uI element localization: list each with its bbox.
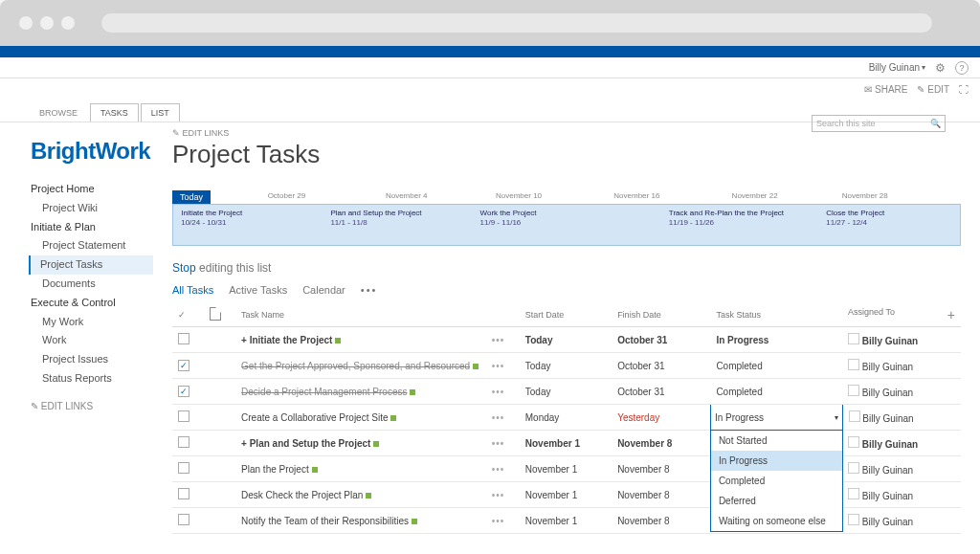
nav-statement[interactable]: Project Statement (31, 236, 153, 255)
chevron-down-icon[interactable]: ▾ (835, 413, 838, 422)
logo[interactable]: BrightWork (31, 138, 153, 165)
gear-icon[interactable]: ⚙ (935, 61, 946, 75)
cell-start[interactable]: November 1 (520, 482, 612, 508)
url-bar[interactable] (101, 13, 932, 33)
timeline-item[interactable]: Track and Re-Plan the the Project11/19 -… (669, 209, 784, 229)
col-status[interactable]: Task Status (710, 303, 842, 327)
share-button[interactable]: ✉ SHARE (864, 84, 907, 95)
edit-button[interactable]: ✎ EDIT (917, 84, 949, 95)
window-dot[interactable] (40, 16, 54, 30)
cell-assigned[interactable]: Billy Guinan (842, 482, 961, 508)
row-menu-icon[interactable]: ••• (492, 361, 505, 371)
row-menu-icon[interactable]: ••• (492, 387, 505, 397)
cell-status[interactable]: In Progress (710, 327, 842, 353)
col-check[interactable]: ✓ (172, 303, 204, 327)
status-dropdown[interactable]: In Progress▾Not StartedIn ProgressComple… (710, 405, 842, 431)
col-start[interactable]: Start Date (520, 303, 612, 327)
cell-name[interactable]: Decide a Project Management Process (235, 379, 486, 405)
cell-name[interactable]: + Initiate the Project (235, 327, 486, 353)
timeline[interactable]: October 29 November 4 November 10 Novemb… (172, 204, 961, 246)
dropdown-option[interactable]: In Progress (711, 451, 842, 471)
cell-finish[interactable]: November 8 (612, 508, 710, 534)
window-dot[interactable] (19, 16, 33, 30)
cell-name[interactable]: Notify the Team of their Responsibilitie… (235, 508, 486, 534)
assign-checkbox[interactable] (848, 333, 859, 344)
assign-checkbox[interactable] (848, 359, 859, 370)
focus-icon[interactable]: ⛶ (959, 84, 969, 95)
cell-finish[interactable]: November 8 (612, 431, 710, 456)
nav-status[interactable]: Status Reports (31, 369, 153, 388)
checkbox[interactable] (178, 488, 189, 499)
cell-assigned[interactable]: Billy Guinan (842, 353, 961, 379)
row-menu-icon[interactable]: ••• (492, 438, 505, 449)
help-icon[interactable]: ? (955, 61, 969, 75)
cell-assigned[interactable]: Billy Guinan (842, 379, 961, 405)
cell-name[interactable]: Desk Check the Project Plan (235, 482, 486, 508)
nav-issues[interactable]: Project Issues (31, 350, 153, 369)
search-input[interactable]: Search this site🔍 (812, 115, 946, 132)
cell-assigned[interactable]: Billy Guinan (842, 405, 961, 431)
tab-list[interactable]: LIST (141, 103, 180, 122)
cell-assigned[interactable]: Billy Guinan (842, 327, 961, 353)
checkbox[interactable] (178, 514, 189, 525)
user-menu[interactable]: Billy Guinan ▾ (869, 62, 925, 73)
dropdown-option[interactable]: Completed (711, 471, 842, 491)
assign-checkbox[interactable] (848, 436, 859, 448)
dropdown-option[interactable]: Deferred (711, 491, 842, 511)
cell-assigned[interactable]: Billy Guinan (842, 431, 961, 456)
tab-tasks[interactable]: TASKS (90, 103, 139, 122)
assign-checkbox[interactable] (848, 462, 859, 474)
assign-checkbox[interactable] (848, 514, 859, 525)
cell-start[interactable]: Today (520, 379, 612, 405)
nav-edit-links[interactable]: EDIT LINKS (31, 398, 153, 415)
row-menu-icon[interactable]: ••• (492, 490, 505, 500)
cell-finish[interactable]: October 31 (612, 327, 710, 353)
view-active-tasks[interactable]: Active Tasks (229, 284, 287, 296)
cell-name[interactable]: + Plan and Setup the Project (235, 431, 486, 456)
cell-status[interactable]: Completed (710, 379, 842, 405)
cell-finish[interactable]: November 8 (612, 456, 710, 482)
cell-name[interactable]: Create a Collaborative Project Site (235, 405, 486, 431)
dropdown-option[interactable]: Not Started (711, 431, 842, 451)
col-assigned[interactable]: Assigned To+ (842, 303, 961, 327)
nav-my-work[interactable]: My Work (31, 313, 153, 332)
view-all-tasks[interactable]: All Tasks (172, 284, 213, 296)
cell-assigned[interactable]: Billy Guinan (842, 456, 961, 482)
dropdown-option[interactable]: Waiting on someone else (711, 511, 842, 531)
window-dot[interactable] (61, 16, 75, 30)
cell-start[interactable]: November 1 (520, 508, 612, 534)
nav-execute[interactable]: Execute & Control (31, 294, 153, 313)
nav-initiate[interactable]: Initiate & Plan (31, 218, 153, 237)
nav-project-home[interactable]: Project Home (31, 180, 153, 199)
cell-status[interactable]: Completed (710, 353, 842, 379)
col-name[interactable]: Task Name (235, 303, 486, 327)
nav-work[interactable]: Work (31, 331, 153, 350)
cell-finish[interactable]: November 8 (612, 482, 710, 508)
col-finish[interactable]: Finish Date (612, 303, 710, 327)
cell-start[interactable]: Monday (520, 405, 612, 431)
view-more-icon[interactable]: ••• (361, 284, 378, 296)
timeline-item[interactable]: Close the Project11/27 - 12/4 (826, 209, 884, 229)
timeline-item[interactable]: Initiate the Project10/24 - 10/31 (181, 209, 242, 229)
nav-documents[interactable]: Documents (31, 275, 153, 294)
checkbox[interactable] (178, 462, 189, 474)
assign-checkbox[interactable] (848, 385, 859, 396)
assign-checkbox[interactable] (849, 410, 860, 422)
view-calendar[interactable]: Calendar (302, 284, 345, 296)
timeline-item[interactable]: Plan and Setup the Project11/1 - 11/8 (330, 209, 421, 229)
cell-finish[interactable]: October 31 (612, 353, 710, 379)
nav-project-tasks[interactable]: Project Tasks (29, 255, 153, 275)
cell-start[interactable]: November 1 (520, 431, 612, 456)
tab-browse[interactable]: BROWSE (29, 103, 88, 122)
nav-project-wiki[interactable]: Project Wiki (31, 199, 153, 218)
row-menu-icon[interactable]: ••• (492, 412, 505, 423)
cell-start[interactable]: Today (520, 353, 612, 379)
cell-start[interactable]: November 1 (520, 456, 612, 482)
checkbox[interactable]: ✓ (178, 360, 189, 371)
stop-editing[interactable]: Stop editing this list (172, 261, 961, 275)
add-column-icon[interactable]: + (947, 307, 955, 322)
checkbox[interactable] (178, 410, 189, 422)
cell-start[interactable]: Today (520, 327, 612, 353)
cell-finish[interactable]: Yesterday (612, 405, 710, 431)
assign-checkbox[interactable] (848, 488, 859, 499)
